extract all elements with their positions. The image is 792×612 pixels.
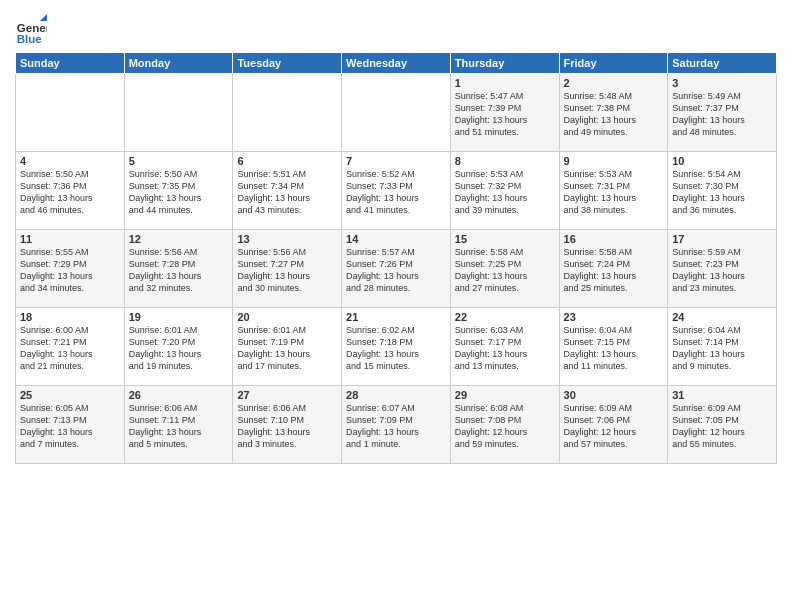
calendar-week-row: 25Sunrise: 6:05 AM Sunset: 7:13 PM Dayli… bbox=[16, 386, 777, 464]
day-info: Sunrise: 6:06 AM Sunset: 7:10 PM Dayligh… bbox=[237, 402, 337, 451]
day-info: Sunrise: 6:01 AM Sunset: 7:19 PM Dayligh… bbox=[237, 324, 337, 373]
day-number: 14 bbox=[346, 233, 446, 245]
calendar-week-row: 1Sunrise: 5:47 AM Sunset: 7:39 PM Daylig… bbox=[16, 74, 777, 152]
calendar-cell: 23Sunrise: 6:04 AM Sunset: 7:15 PM Dayli… bbox=[559, 308, 668, 386]
day-number: 26 bbox=[129, 389, 229, 401]
day-number: 29 bbox=[455, 389, 555, 401]
calendar-cell: 19Sunrise: 6:01 AM Sunset: 7:20 PM Dayli… bbox=[124, 308, 233, 386]
day-number: 15 bbox=[455, 233, 555, 245]
calendar-cell: 14Sunrise: 5:57 AM Sunset: 7:26 PM Dayli… bbox=[342, 230, 451, 308]
calendar-cell: 15Sunrise: 5:58 AM Sunset: 7:25 PM Dayli… bbox=[450, 230, 559, 308]
calendar-cell: 5Sunrise: 5:50 AM Sunset: 7:35 PM Daylig… bbox=[124, 152, 233, 230]
day-info: Sunrise: 6:09 AM Sunset: 7:05 PM Dayligh… bbox=[672, 402, 772, 451]
day-number: 10 bbox=[672, 155, 772, 167]
logo: General Blue bbox=[15, 14, 49, 46]
calendar-cell: 13Sunrise: 5:56 AM Sunset: 7:27 PM Dayli… bbox=[233, 230, 342, 308]
calendar-cell: 24Sunrise: 6:04 AM Sunset: 7:14 PM Dayli… bbox=[668, 308, 777, 386]
day-number: 23 bbox=[564, 311, 664, 323]
day-number: 18 bbox=[20, 311, 120, 323]
day-info: Sunrise: 5:56 AM Sunset: 7:28 PM Dayligh… bbox=[129, 246, 229, 295]
day-number: 5 bbox=[129, 155, 229, 167]
day-number: 19 bbox=[129, 311, 229, 323]
day-info: Sunrise: 5:59 AM Sunset: 7:23 PM Dayligh… bbox=[672, 246, 772, 295]
day-info: Sunrise: 6:05 AM Sunset: 7:13 PM Dayligh… bbox=[20, 402, 120, 451]
calendar-cell: 21Sunrise: 6:02 AM Sunset: 7:18 PM Dayli… bbox=[342, 308, 451, 386]
day-number: 9 bbox=[564, 155, 664, 167]
calendar-cell: 30Sunrise: 6:09 AM Sunset: 7:06 PM Dayli… bbox=[559, 386, 668, 464]
day-info: Sunrise: 6:03 AM Sunset: 7:17 PM Dayligh… bbox=[455, 324, 555, 373]
svg-marker-2 bbox=[40, 14, 47, 21]
day-info: Sunrise: 6:04 AM Sunset: 7:15 PM Dayligh… bbox=[564, 324, 664, 373]
calendar-cell: 17Sunrise: 5:59 AM Sunset: 7:23 PM Dayli… bbox=[668, 230, 777, 308]
day-number: 13 bbox=[237, 233, 337, 245]
calendar-cell: 1Sunrise: 5:47 AM Sunset: 7:39 PM Daylig… bbox=[450, 74, 559, 152]
calendar-cell: 10Sunrise: 5:54 AM Sunset: 7:30 PM Dayli… bbox=[668, 152, 777, 230]
day-number: 30 bbox=[564, 389, 664, 401]
day-number: 22 bbox=[455, 311, 555, 323]
day-number: 20 bbox=[237, 311, 337, 323]
day-info: Sunrise: 5:56 AM Sunset: 7:27 PM Dayligh… bbox=[237, 246, 337, 295]
calendar-cell: 26Sunrise: 6:06 AM Sunset: 7:11 PM Dayli… bbox=[124, 386, 233, 464]
calendar-cell: 20Sunrise: 6:01 AM Sunset: 7:19 PM Dayli… bbox=[233, 308, 342, 386]
calendar-cell: 3Sunrise: 5:49 AM Sunset: 7:37 PM Daylig… bbox=[668, 74, 777, 152]
day-number: 28 bbox=[346, 389, 446, 401]
day-number: 4 bbox=[20, 155, 120, 167]
day-info: Sunrise: 5:54 AM Sunset: 7:30 PM Dayligh… bbox=[672, 168, 772, 217]
day-number: 25 bbox=[20, 389, 120, 401]
calendar-table: SundayMondayTuesdayWednesdayThursdayFrid… bbox=[15, 52, 777, 464]
day-info: Sunrise: 5:47 AM Sunset: 7:39 PM Dayligh… bbox=[455, 90, 555, 139]
day-number: 7 bbox=[346, 155, 446, 167]
day-info: Sunrise: 5:51 AM Sunset: 7:34 PM Dayligh… bbox=[237, 168, 337, 217]
day-info: Sunrise: 6:08 AM Sunset: 7:08 PM Dayligh… bbox=[455, 402, 555, 451]
calendar-cell: 6Sunrise: 5:51 AM Sunset: 7:34 PM Daylig… bbox=[233, 152, 342, 230]
day-info: Sunrise: 5:58 AM Sunset: 7:25 PM Dayligh… bbox=[455, 246, 555, 295]
calendar-cell: 25Sunrise: 6:05 AM Sunset: 7:13 PM Dayli… bbox=[16, 386, 125, 464]
day-info: Sunrise: 5:53 AM Sunset: 7:32 PM Dayligh… bbox=[455, 168, 555, 217]
calendar-cell bbox=[342, 74, 451, 152]
day-number: 24 bbox=[672, 311, 772, 323]
calendar-cell: 27Sunrise: 6:06 AM Sunset: 7:10 PM Dayli… bbox=[233, 386, 342, 464]
weekday-header-sunday: Sunday bbox=[16, 53, 125, 74]
day-number: 27 bbox=[237, 389, 337, 401]
calendar-cell: 9Sunrise: 5:53 AM Sunset: 7:31 PM Daylig… bbox=[559, 152, 668, 230]
day-info: Sunrise: 6:04 AM Sunset: 7:14 PM Dayligh… bbox=[672, 324, 772, 373]
day-info: Sunrise: 5:50 AM Sunset: 7:35 PM Dayligh… bbox=[129, 168, 229, 217]
day-info: Sunrise: 6:09 AM Sunset: 7:06 PM Dayligh… bbox=[564, 402, 664, 451]
calendar-cell: 2Sunrise: 5:48 AM Sunset: 7:38 PM Daylig… bbox=[559, 74, 668, 152]
day-info: Sunrise: 6:02 AM Sunset: 7:18 PM Dayligh… bbox=[346, 324, 446, 373]
day-number: 12 bbox=[129, 233, 229, 245]
svg-text:General: General bbox=[17, 22, 47, 34]
day-info: Sunrise: 5:52 AM Sunset: 7:33 PM Dayligh… bbox=[346, 168, 446, 217]
day-number: 1 bbox=[455, 77, 555, 89]
day-number: 31 bbox=[672, 389, 772, 401]
day-info: Sunrise: 6:00 AM Sunset: 7:21 PM Dayligh… bbox=[20, 324, 120, 373]
day-info: Sunrise: 6:01 AM Sunset: 7:20 PM Dayligh… bbox=[129, 324, 229, 373]
calendar-cell: 22Sunrise: 6:03 AM Sunset: 7:17 PM Dayli… bbox=[450, 308, 559, 386]
calendar-cell: 16Sunrise: 5:58 AM Sunset: 7:24 PM Dayli… bbox=[559, 230, 668, 308]
calendar-cell: 12Sunrise: 5:56 AM Sunset: 7:28 PM Dayli… bbox=[124, 230, 233, 308]
day-number: 11 bbox=[20, 233, 120, 245]
calendar-cell bbox=[16, 74, 125, 152]
calendar-cell: 4Sunrise: 5:50 AM Sunset: 7:36 PM Daylig… bbox=[16, 152, 125, 230]
day-info: Sunrise: 5:55 AM Sunset: 7:29 PM Dayligh… bbox=[20, 246, 120, 295]
day-number: 16 bbox=[564, 233, 664, 245]
calendar-cell: 7Sunrise: 5:52 AM Sunset: 7:33 PM Daylig… bbox=[342, 152, 451, 230]
day-number: 8 bbox=[455, 155, 555, 167]
day-info: Sunrise: 6:06 AM Sunset: 7:11 PM Dayligh… bbox=[129, 402, 229, 451]
calendar-week-row: 11Sunrise: 5:55 AM Sunset: 7:29 PM Dayli… bbox=[16, 230, 777, 308]
calendar-week-row: 18Sunrise: 6:00 AM Sunset: 7:21 PM Dayli… bbox=[16, 308, 777, 386]
calendar-cell: 8Sunrise: 5:53 AM Sunset: 7:32 PM Daylig… bbox=[450, 152, 559, 230]
day-info: Sunrise: 5:48 AM Sunset: 7:38 PM Dayligh… bbox=[564, 90, 664, 139]
weekday-header-thursday: Thursday bbox=[450, 53, 559, 74]
weekday-header-monday: Monday bbox=[124, 53, 233, 74]
calendar-cell: 11Sunrise: 5:55 AM Sunset: 7:29 PM Dayli… bbox=[16, 230, 125, 308]
calendar-cell bbox=[124, 74, 233, 152]
day-info: Sunrise: 5:50 AM Sunset: 7:36 PM Dayligh… bbox=[20, 168, 120, 217]
calendar-week-row: 4Sunrise: 5:50 AM Sunset: 7:36 PM Daylig… bbox=[16, 152, 777, 230]
weekday-header-tuesday: Tuesday bbox=[233, 53, 342, 74]
day-info: Sunrise: 5:53 AM Sunset: 7:31 PM Dayligh… bbox=[564, 168, 664, 217]
day-number: 17 bbox=[672, 233, 772, 245]
day-number: 3 bbox=[672, 77, 772, 89]
day-number: 2 bbox=[564, 77, 664, 89]
calendar-cell: 31Sunrise: 6:09 AM Sunset: 7:05 PM Dayli… bbox=[668, 386, 777, 464]
